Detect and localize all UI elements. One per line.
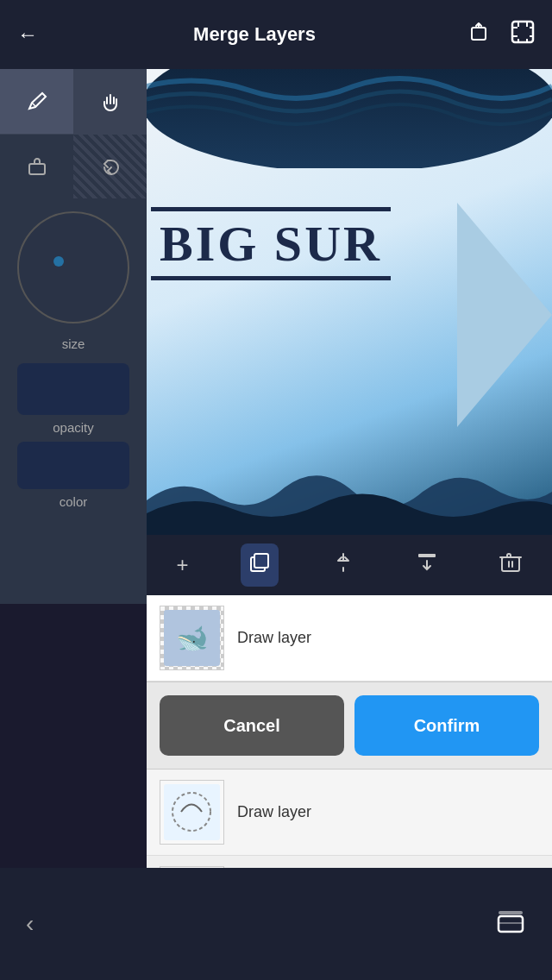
- svg-rect-7: [502, 557, 519, 571]
- opacity-label: opacity: [53, 420, 94, 435]
- bottom-bar: ‹: [0, 868, 552, 980]
- svg-rect-1: [512, 22, 533, 42]
- color-swatch[interactable]: [17, 442, 129, 489]
- primary-tools: [0, 69, 147, 134]
- draw-tool-button[interactable]: [0, 69, 73, 134]
- merge-layer-button[interactable]: [324, 543, 362, 587]
- canvas-area: BIG SUR: [147, 69, 552, 535]
- page-title: Merge Layers: [193, 23, 316, 46]
- layer-name-1: Draw layer: [237, 629, 311, 647]
- undo-button[interactable]: [73, 134, 147, 198]
- size-label: size: [62, 336, 85, 351]
- svg-rect-10: [499, 916, 523, 932]
- layer-toolbar: +: [147, 535, 552, 595]
- list-item[interactable]: Draw layer: [147, 770, 552, 856]
- color-control: color: [0, 435, 147, 512]
- move-down-button[interactable]: [408, 543, 446, 587]
- size-control: size: [0, 198, 147, 360]
- svg-rect-5: [254, 554, 268, 568]
- opacity-swatch[interactable]: [17, 363, 129, 415]
- header-actions: [471, 20, 535, 49]
- secondary-tools: [0, 134, 147, 198]
- cancel-button[interactable]: Cancel: [160, 695, 344, 756]
- back-button[interactable]: ←: [17, 22, 38, 47]
- duplicate-layer-button[interactable]: [241, 543, 279, 587]
- share-icon[interactable]: [471, 21, 493, 48]
- color-label: color: [60, 494, 88, 509]
- layer-name-2: Draw layer: [237, 803, 311, 821]
- big-sur-text: BIG SUR: [151, 207, 391, 280]
- svg-rect-11: [499, 911, 523, 914]
- layers-bottom-button[interactable]: [486, 897, 535, 952]
- back-bottom-button[interactable]: ‹: [17, 901, 42, 946]
- svg-rect-3: [29, 164, 45, 174]
- size-dot: [53, 256, 64, 267]
- left-toolbar: size opacity color: [0, 69, 147, 604]
- rope-decoration: [147, 69, 552, 168]
- triangle-decoration: [457, 203, 552, 427]
- svg-rect-6: [418, 554, 436, 557]
- svg-rect-0: [472, 28, 486, 40]
- layer-panel: 🐋 Draw layer Cancel Confirm Draw layer C…: [147, 595, 552, 868]
- ocean-decoration: [147, 449, 552, 535]
- list-item[interactable]: 🐋 Draw layer: [147, 595, 552, 682]
- svg-point-8: [172, 793, 210, 831]
- layer-thumbnail-2: [160, 780, 224, 845]
- confirm-button[interactable]: Confirm: [354, 695, 539, 756]
- add-layer-button[interactable]: +: [169, 546, 195, 584]
- hand-tool-button[interactable]: [73, 69, 147, 134]
- size-circle[interactable]: [17, 211, 129, 324]
- opacity-control: opacity: [0, 360, 147, 435]
- erase-tool-button[interactable]: [0, 134, 73, 198]
- action-buttons-row: Cancel Confirm: [147, 682, 552, 770]
- rope-thumbnail: [164, 784, 220, 840]
- expand-icon[interactable]: [511, 20, 535, 49]
- app-header: ← Merge Layers: [0, 0, 552, 69]
- delete-layer-button[interactable]: [492, 543, 530, 587]
- layer-thumbnail-1: 🐋: [160, 606, 224, 670]
- whale-thumbnail: 🐋: [164, 610, 220, 666]
